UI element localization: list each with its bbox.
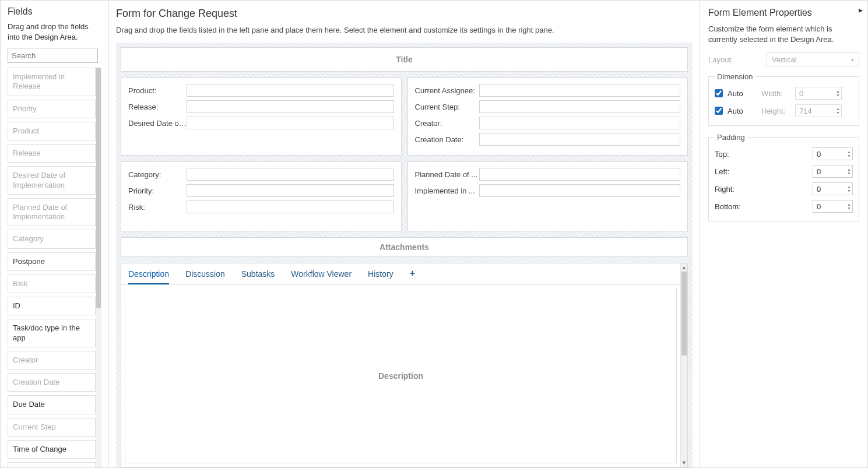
field-item[interactable]: Current Step <box>8 418 96 437</box>
fields-title: Fields <box>8 6 101 17</box>
field-label: Creator: <box>415 119 479 128</box>
field-input[interactable] <box>479 84 681 97</box>
field-item[interactable]: Postpone <box>8 252 96 271</box>
instructions: Drag and drop the fields listed in the l… <box>116 26 693 34</box>
properties-pane: ▸ Form Element Properties Customize the … <box>700 1 867 467</box>
padding-right-label: Right: <box>715 185 808 193</box>
form-row[interactable]: Desired Date of I... <box>128 117 394 129</box>
title-block[interactable]: Title <box>121 47 688 72</box>
design-area-pane: Form for Change Request Drag and drop th… <box>109 1 700 467</box>
spin-icon[interactable]: ▲▼ <box>847 202 851 210</box>
form-row[interactable]: Creator: <box>415 117 681 129</box>
fields-hint: Drag and drop the fields into the Design… <box>8 22 101 42</box>
collapse-icon[interactable]: ▸ <box>859 5 863 15</box>
form-row[interactable]: Current Step: <box>415 100 681 113</box>
form-title: Form for Change Request <box>116 8 693 20</box>
form-row[interactable]: Product: <box>128 84 394 97</box>
field-item[interactable]: Task/doc type in the app <box>8 319 96 347</box>
field-input[interactable] <box>479 100 681 113</box>
tab-history[interactable]: History <box>368 269 393 284</box>
field-input[interactable] <box>187 184 394 197</box>
height-auto-checkbox[interactable] <box>715 107 723 115</box>
field-label: Current Step: <box>415 103 479 111</box>
field-label: Priority: <box>128 187 187 195</box>
field-item[interactable]: Creator <box>8 351 96 370</box>
width-auto-label: Auto <box>728 89 757 98</box>
field-item[interactable]: Release <box>8 144 96 163</box>
field-input[interactable] <box>187 84 394 97</box>
field-item[interactable]: Implemented in Release <box>8 68 96 96</box>
dimension-fieldset: Dimension Auto Width: 0 ▲▼ Auto Height: … <box>708 72 859 126</box>
form-row[interactable]: Priority: <box>128 184 394 197</box>
field-input[interactable] <box>187 117 394 129</box>
field-label: Creation Date: <box>415 135 479 144</box>
field-input[interactable] <box>479 117 681 129</box>
height-label: Height: <box>761 107 790 115</box>
field-item[interactable]: Product <box>8 122 96 140</box>
tab-content[interactable]: Description <box>125 288 677 463</box>
panel-assignee[interactable]: Current Assignee:Current Step:Creator:Cr… <box>407 78 688 156</box>
field-label: Risk: <box>128 203 187 212</box>
padding-top-input[interactable]: 0 ▲▼ <box>813 147 853 160</box>
form-row[interactable]: Risk: <box>128 200 394 213</box>
form-row[interactable]: Implemented in ... <box>415 184 681 197</box>
height-auto-label: Auto <box>728 107 757 115</box>
scroll-up-icon[interactable]: ▲ <box>681 263 687 272</box>
panel-product[interactable]: Product:Release:Desired Date of I... <box>121 78 402 156</box>
field-item[interactable]: Desired Date of Implementation <box>8 166 96 195</box>
field-scrollbar[interactable] <box>96 68 101 467</box>
field-label: Product: <box>128 86 187 95</box>
field-item[interactable]: Time of Change <box>8 440 96 459</box>
field-input[interactable] <box>479 168 681 181</box>
tabs-container[interactable]: DescriptionDiscussionSubtasksWorkflow Vi… <box>121 263 688 467</box>
spin-icon: ▲▼ <box>836 89 840 97</box>
tabs-scrollbar[interactable]: ▲ ▼ <box>680 263 687 467</box>
scroll-down-icon[interactable]: ▼ <box>681 459 687 467</box>
tab-discussion[interactable]: Discussion <box>185 269 225 284</box>
field-input[interactable] <box>187 168 394 181</box>
field-input[interactable] <box>187 200 394 213</box>
padding-legend: Padding <box>715 133 747 142</box>
tab-workflow-viewer[interactable]: Workflow Viewer <box>291 269 352 284</box>
tab-subtasks[interactable]: Subtasks <box>241 269 275 284</box>
spin-icon[interactable]: ▲▼ <box>847 150 851 158</box>
field-label: Implemented in ... <box>415 187 479 195</box>
spin-icon[interactable]: ▲▼ <box>847 167 851 175</box>
form-row[interactable]: Planned Date of ... <box>415 168 681 181</box>
attachments-block[interactable]: Attachments <box>121 237 688 257</box>
design-canvas[interactable]: Title Product:Release:Desired Date of I.… <box>116 43 693 467</box>
field-item[interactable]: Creation Date <box>8 373 96 392</box>
field-item[interactable]: Priority <box>8 100 96 118</box>
form-row[interactable]: Category: <box>128 168 394 181</box>
padding-top-label: Top: <box>715 150 808 159</box>
form-row[interactable]: Current Assignee: <box>415 84 681 97</box>
layout-value: Vertical <box>772 55 797 64</box>
spin-icon[interactable]: ▲▼ <box>847 185 851 193</box>
form-row[interactable]: Release: <box>128 100 394 113</box>
add-tab-button[interactable]: + <box>410 269 415 284</box>
panel-planned[interactable]: Planned Date of ...Implemented in ... <box>407 161 688 231</box>
field-item[interactable]: Planned Date of Implementation <box>8 198 96 227</box>
field-label: Release: <box>128 103 187 111</box>
form-row[interactable]: Creation Date: <box>415 133 681 146</box>
padding-bottom-input[interactable]: 0 ▲▼ <box>813 200 853 213</box>
field-item[interactable]: Category <box>8 230 96 248</box>
field-label: Planned Date of ... <box>415 170 479 179</box>
field-item[interactable]: Risk <box>8 275 96 293</box>
search-input[interactable] <box>8 48 98 63</box>
padding-left-input[interactable]: 0 ▲▼ <box>813 165 853 178</box>
field-input[interactable] <box>479 133 681 146</box>
chevron-down-icon: ▾ <box>851 57 854 63</box>
field-item[interactable]: Due Date <box>8 395 96 414</box>
field-item[interactable]: Time Spent in Current Step <box>8 462 96 467</box>
padding-bottom-label: Bottom: <box>715 202 808 211</box>
tab-description[interactable]: Description <box>128 269 169 284</box>
width-auto-checkbox[interactable] <box>715 89 723 97</box>
field-item[interactable]: ID <box>8 297 96 315</box>
width-label: Width: <box>761 89 790 98</box>
field-input[interactable] <box>479 184 681 197</box>
panel-category[interactable]: Category:Priority:Risk: <box>121 161 402 231</box>
padding-right-input[interactable]: 0 ▲▼ <box>813 182 853 195</box>
fields-sidebar: Fields Drag and drop the fields into the… <box>1 1 109 467</box>
field-input[interactable] <box>187 100 394 113</box>
